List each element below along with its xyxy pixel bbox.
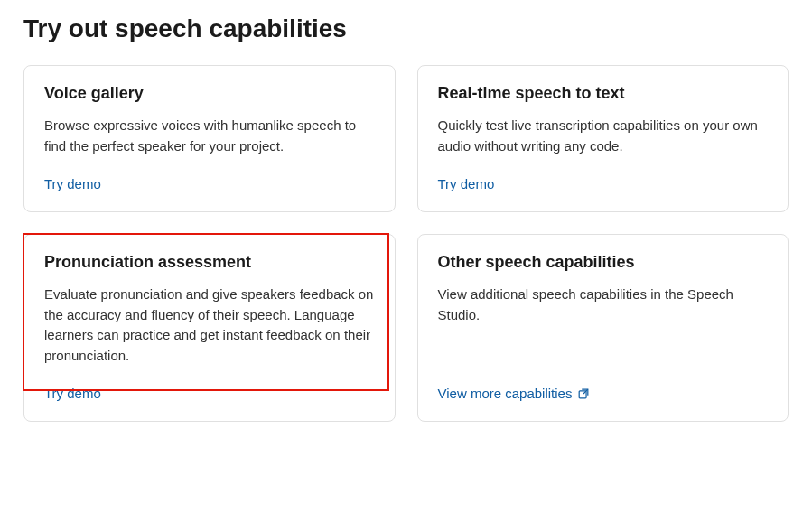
card-title: Real-time speech to text [438, 84, 769, 103]
page-title: Try out speech capabilities [23, 14, 789, 43]
card-voice-gallery: Voice gallery Browse expressive voices w… [23, 65, 396, 212]
card-title: Voice gallery [44, 84, 375, 103]
link-label: View more capabilities [438, 386, 573, 401]
card-title: Other speech capabilities [438, 253, 769, 272]
open-new-window-icon [577, 387, 590, 400]
try-demo-link[interactable]: Try demo [44, 386, 101, 401]
card-realtime-speech-to-text: Real-time speech to text Quickly test li… [417, 65, 789, 212]
card-title: Pronunciation assessment [44, 253, 375, 272]
card-pronunciation-assessment: Pronunciation assessment Evaluate pronun… [23, 234, 396, 422]
card-body: Evaluate pronunciation and give speakers… [44, 284, 375, 366]
card-body: View additional speech capabilities in t… [438, 284, 769, 366]
try-demo-link[interactable]: Try demo [438, 176, 495, 191]
card-body: Browse expressive voices with humanlike … [44, 116, 375, 156]
card-other-speech-capabilities: Other speech capabilities View additiona… [417, 234, 789, 422]
capability-card-grid: Voice gallery Browse expressive voices w… [23, 65, 789, 422]
view-more-capabilities-link[interactable]: View more capabilities [438, 386, 591, 401]
try-demo-link[interactable]: Try demo [44, 176, 101, 191]
card-body: Quickly test live transcription capabili… [438, 116, 769, 156]
